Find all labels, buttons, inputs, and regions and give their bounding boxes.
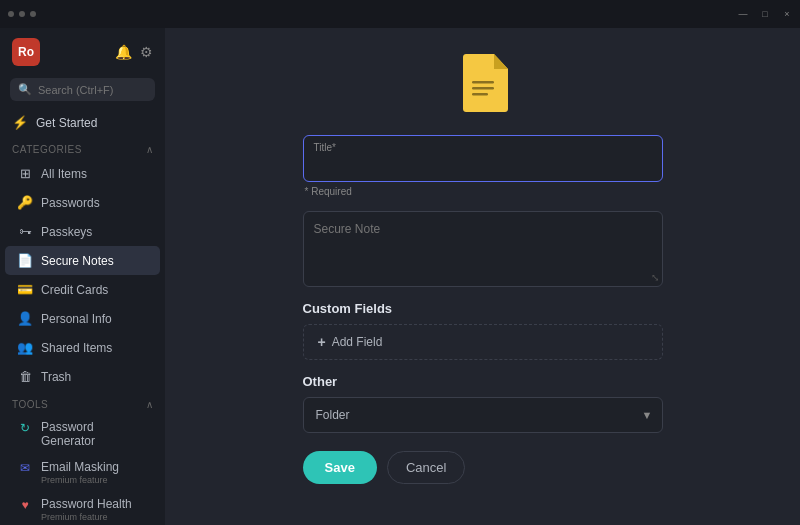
note-textarea[interactable] [304,212,662,282]
save-button[interactable]: Save [303,451,377,484]
main-content: Title* * Required ⤡ Custom Fields + Add … [165,28,800,525]
new-secure-note-form: Title* * Required ⤡ Custom Fields + Add … [303,135,663,484]
bell-icon[interactable]: 🔔 [115,44,132,60]
email-masking-sub: Premium feature [41,475,119,485]
credit-cards-label: Credit Cards [41,283,108,297]
dot-1 [8,11,14,17]
search-bar[interactable]: 🔍 [10,78,155,101]
get-started-item[interactable]: ⚡ Get Started [0,109,165,136]
sidebar-item-passkeys[interactable]: 🗝 Passkeys [5,217,160,246]
title-input-wrap: Title* [303,135,663,182]
form-actions: Save Cancel [303,451,663,484]
sidebar-item-email-masking[interactable]: ✉ Email Masking Premium feature [5,454,160,491]
required-note: * Required [305,186,663,197]
sidebar-item-passwords[interactable]: 🔑 Passwords [5,188,160,217]
secure-notes-label: Secure Notes [41,254,114,268]
tools-chevron-icon: ∧ [146,399,154,410]
svg-rect-2 [472,93,488,96]
sidebar-header-icons: 🔔 ⚙ [115,44,153,60]
title-bar-dots [8,11,36,17]
trash-icon: 🗑 [17,369,33,384]
secure-notes-icon: 📄 [17,253,33,268]
folder-select-wrap: Folder Personal Work Family ▼ [303,397,663,433]
app-logo: Ro [12,38,40,66]
add-field-label: Add Field [332,335,383,349]
passkeys-icon: 🗝 [17,224,33,239]
bolt-icon: ⚡ [12,115,28,130]
shared-items-label: Shared Items [41,341,112,355]
close-button[interactable]: × [782,9,792,19]
tools-section-label: Tools ∧ [0,391,165,414]
sidebar-item-password-health[interactable]: ♥ Password Health Premium feature [5,491,160,525]
title-field: Title* * Required [303,135,663,197]
title-label: Title* [314,142,336,153]
sidebar-item-trash[interactable]: 🗑 Trash [5,362,160,391]
all-items-icon: ⊞ [17,166,33,181]
sidebar: Ro 🔔 ⚙ 🔍 ⚡ Get Started Categories ∧ ⊞ Al… [0,28,165,525]
note-textarea-wrap: ⤡ [303,211,663,287]
sidebar-item-all-items[interactable]: ⊞ All Items [5,159,160,188]
sidebar-header: Ro 🔔 ⚙ [0,28,165,74]
categories-chevron-icon: ∧ [146,144,154,155]
password-health-icon: ♥ [17,498,33,512]
sidebar-item-personal-info[interactable]: 👤 Personal Info [5,304,160,333]
cancel-button[interactable]: Cancel [387,451,465,484]
password-health-sub: Premium feature [41,512,132,522]
search-icon: 🔍 [18,83,32,96]
maximize-button[interactable]: □ [760,9,770,19]
password-health-label: Password Health [41,497,132,511]
trash-label: Trash [41,370,71,384]
note-field: ⤡ [303,211,663,287]
custom-fields-title: Custom Fields [303,301,663,316]
sidebar-item-password-generator[interactable]: ↻ Password Generator [5,414,160,454]
shared-items-icon: 👥 [17,340,33,355]
search-input[interactable] [38,84,147,96]
plus-icon: + [318,334,326,350]
email-masking-icon: ✉ [17,461,33,475]
app-body: Ro 🔔 ⚙ 🔍 ⚡ Get Started Categories ∧ ⊞ Al… [0,28,800,525]
title-input[interactable] [304,136,662,181]
window-controls: — □ × [738,9,792,19]
passwords-label: Passwords [41,196,100,210]
get-started-label: Get Started [36,116,97,130]
personal-info-label: Personal Info [41,312,112,326]
folder-select[interactable]: Folder Personal Work Family [303,397,663,433]
svg-rect-0 [472,81,494,84]
add-field-button[interactable]: + Add Field [303,324,663,360]
note-document-icon [457,53,509,113]
sidebar-item-credit-cards[interactable]: 💳 Credit Cards [5,275,160,304]
sidebar-item-secure-notes[interactable]: 📄 Secure Notes [5,246,160,275]
note-icon-container [457,53,509,117]
all-items-label: All Items [41,167,87,181]
resize-handle-icon: ⤡ [651,272,659,283]
password-generator-icon: ↻ [17,421,33,435]
password-generator-label: Password Generator [41,420,148,448]
title-bar: — □ × [0,0,800,28]
credit-cards-icon: 💳 [17,282,33,297]
settings-icon[interactable]: ⚙ [140,44,153,60]
sidebar-item-shared-items[interactable]: 👥 Shared Items [5,333,160,362]
passwords-icon: 🔑 [17,195,33,210]
other-section-title: Other [303,374,663,389]
minimize-button[interactable]: — [738,9,748,19]
passkeys-label: Passkeys [41,225,92,239]
categories-section-label: Categories ∧ [0,136,165,159]
dot-3 [30,11,36,17]
email-masking-label: Email Masking [41,460,119,474]
personal-info-icon: 👤 [17,311,33,326]
dot-2 [19,11,25,17]
svg-rect-1 [472,87,494,90]
